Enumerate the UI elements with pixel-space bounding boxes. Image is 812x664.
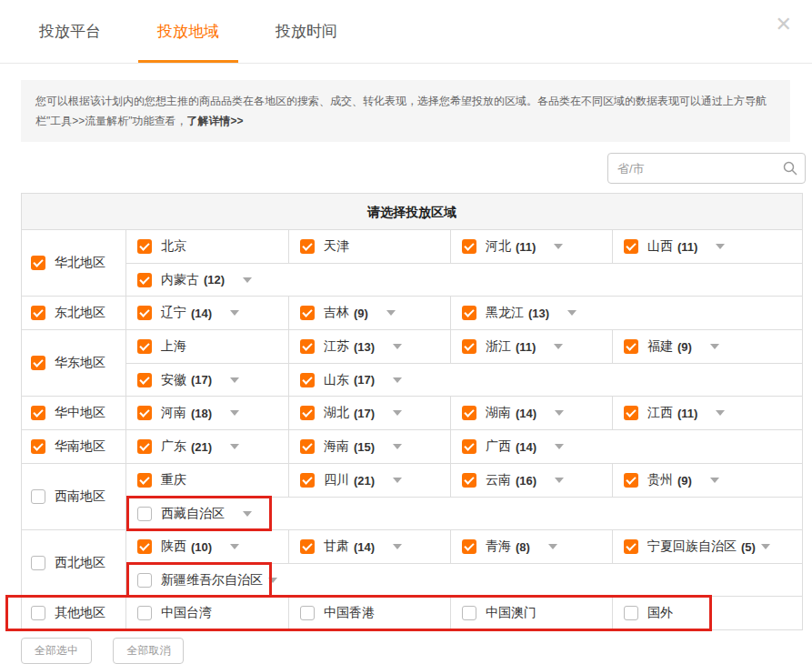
chevron-down-icon[interactable] [230, 544, 239, 549]
chevron-down-icon[interactable] [230, 310, 239, 316]
province-checkbox[interactable] [137, 339, 152, 354]
province-checkbox[interactable] [300, 373, 315, 387]
region-checkbox[interactable] [31, 406, 45, 420]
table-row: 华南地区广东(21)海南(15)广西(14) [22, 430, 802, 464]
details-link[interactable]: 了解详情>> [187, 115, 244, 127]
province-cell: 黑龙江(13) [450, 297, 612, 329]
province-checkbox[interactable] [624, 339, 638, 354]
province-checkbox[interactable] [462, 339, 476, 354]
chevron-down-icon[interactable] [230, 410, 239, 416]
province-count: (14) [516, 440, 536, 454]
region-cell: 西南地区 [22, 464, 126, 529]
province-label: 山东 [324, 372, 349, 388]
chevron-down-icon[interactable] [710, 478, 719, 483]
table-row: 华东地区上海江苏(13)浙江(11)福建(9)安徽(17)山东(17) [22, 330, 802, 397]
search-input[interactable] [607, 153, 806, 184]
region-checkbox[interactable] [31, 439, 45, 454]
province-checkbox[interactable] [624, 606, 638, 620]
chevron-down-icon[interactable] [230, 377, 239, 383]
province-checkbox[interactable] [300, 539, 315, 554]
province-checkbox[interactable] [462, 473, 476, 488]
province-checkbox[interactable] [137, 306, 152, 320]
chevron-down-icon[interactable] [393, 410, 402, 416]
region-checkbox[interactable] [31, 306, 45, 320]
province-area: 河南(18)湖北(17)湖南(14)江西(11) [126, 397, 802, 429]
province-row: 内蒙古(12) [126, 263, 802, 296]
province-checkbox[interactable] [137, 239, 152, 254]
chevron-down-icon[interactable] [554, 344, 563, 349]
province-checkbox[interactable] [137, 473, 152, 488]
chevron-down-icon[interactable] [554, 244, 563, 249]
province-count: (14) [191, 307, 212, 320]
close-icon[interactable]: ✕ [772, 11, 796, 38]
chevron-down-icon[interactable] [243, 277, 252, 283]
province-checkbox[interactable] [300, 339, 315, 354]
province-checkbox[interactable] [137, 373, 152, 387]
region-checkbox[interactable] [31, 489, 45, 504]
chevron-down-icon[interactable] [716, 244, 725, 249]
province-area: 北京天津河北(11)山西(11)内蒙古(12) [126, 230, 802, 296]
chevron-down-icon[interactable] [761, 544, 770, 549]
cancel-all-button[interactable]: 全部取消 [113, 638, 184, 664]
province-cell: 天津 [288, 230, 450, 263]
region-checkbox[interactable] [31, 256, 45, 270]
region-table-body: 华北地区北京天津河北(11)山西(11)内蒙古(12)东北地区辽宁(14)吉林(… [22, 230, 802, 629]
province-checkbox[interactable] [462, 606, 476, 620]
province-checkbox[interactable] [137, 539, 152, 554]
province-checkbox[interactable] [137, 606, 152, 620]
chevron-down-icon[interactable] [555, 444, 564, 449]
chevron-down-icon[interactable] [567, 310, 576, 316]
chevron-down-icon[interactable] [555, 478, 564, 483]
chevron-down-icon[interactable] [386, 310, 396, 316]
province-checkbox[interactable] [624, 406, 638, 420]
province-checkbox[interactable] [462, 239, 476, 254]
province-checkbox[interactable] [300, 239, 315, 254]
search-box [607, 153, 806, 184]
province-checkbox[interactable] [300, 473, 315, 488]
province-cell: 河北(11) [450, 230, 612, 263]
province-checkbox[interactable] [300, 406, 315, 420]
province-checkbox[interactable] [300, 606, 315, 620]
province-checkbox[interactable] [137, 406, 152, 420]
province-checkbox[interactable] [624, 239, 638, 254]
province-label: 海南 [324, 438, 349, 455]
region-checkbox[interactable] [31, 606, 45, 620]
chevron-down-icon[interactable] [716, 410, 725, 416]
chevron-down-icon[interactable] [268, 578, 277, 583]
chevron-down-icon[interactable] [393, 344, 402, 349]
province-checkbox[interactable] [624, 539, 638, 554]
province-count: (5) [741, 540, 756, 554]
province-label: 辽宁 [161, 305, 186, 321]
chevron-down-icon[interactable] [393, 444, 402, 449]
region-checkbox[interactable] [31, 556, 45, 570]
chevron-down-icon[interactable] [393, 478, 402, 483]
province-checkbox[interactable] [462, 439, 476, 454]
chevron-down-icon[interactable] [243, 511, 252, 517]
table-title: 请选择投放区域 [22, 194, 802, 230]
chevron-down-icon[interactable] [555, 410, 564, 416]
province-checkbox[interactable] [137, 273, 152, 287]
province-checkbox[interactable] [462, 306, 476, 320]
select-all-button[interactable]: 全部选中 [21, 638, 92, 664]
chevron-down-icon[interactable] [548, 544, 557, 549]
tab-placement-region[interactable]: 投放地域 [157, 0, 219, 63]
province-checkbox[interactable] [300, 439, 315, 454]
chevron-down-icon[interactable] [393, 377, 402, 383]
tab-placement-time[interactable]: 投放时间 [276, 0, 337, 63]
province-row: 河南(18)湖北(17)湖南(14)江西(11) [126, 397, 802, 429]
province-checkbox[interactable] [462, 406, 476, 420]
province-checkbox[interactable] [137, 439, 152, 454]
province-checkbox[interactable] [624, 473, 638, 488]
tab-placement-platform[interactable]: 投放平台 [39, 0, 101, 63]
province-checkbox[interactable] [137, 507, 152, 521]
region-cell: 西北地区 [22, 530, 126, 596]
province-checkbox[interactable] [462, 539, 476, 554]
search-icon[interactable] [783, 161, 797, 176]
region-checkbox[interactable] [31, 356, 45, 370]
province-label: 四川 [324, 472, 349, 488]
chevron-down-icon[interactable] [393, 544, 402, 549]
chevron-down-icon[interactable] [230, 444, 239, 449]
chevron-down-icon[interactable] [710, 344, 719, 349]
province-checkbox[interactable] [300, 306, 315, 320]
province-checkbox[interactable] [137, 573, 152, 588]
